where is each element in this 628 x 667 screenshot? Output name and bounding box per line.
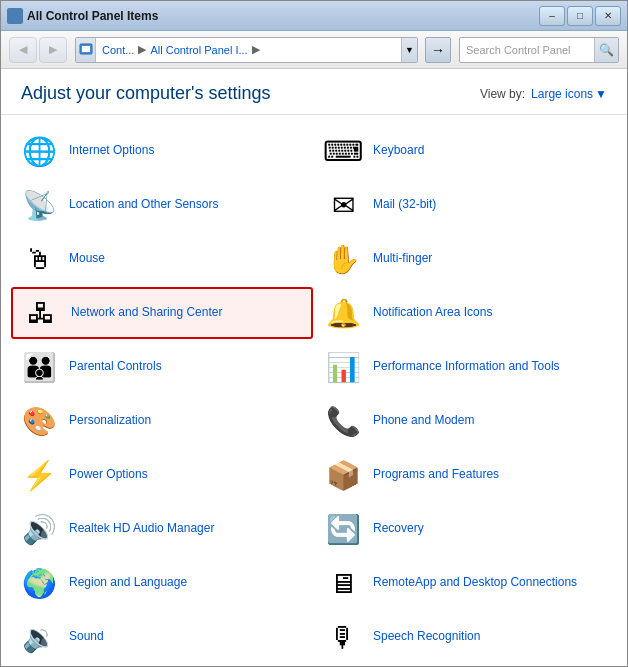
control-item-remoteapp[interactable]: 🖥RemoteApp and Desktop Connections: [315, 557, 617, 609]
items-grid: 🌐Internet Options⌨Keyboard📡Location and …: [11, 125, 617, 656]
speech-recognition-label: Speech Recognition: [373, 629, 480, 645]
control-item-network-sharing[interactable]: 🖧Network and Sharing Center: [11, 287, 313, 339]
forward-button[interactable]: ▶: [39, 37, 67, 63]
parental-controls-icon: 👪: [19, 347, 59, 387]
mouse-label: Mouse: [69, 251, 105, 267]
view-by-value: Large icons: [531, 87, 593, 101]
control-item-keyboard[interactable]: ⌨Keyboard: [315, 125, 617, 177]
realtek-label: Realtek HD Audio Manager: [69, 521, 214, 537]
control-item-system[interactable]: 💻System: [315, 665, 617, 666]
title-bar-left: All Control Panel Items: [7, 8, 158, 24]
back-button[interactable]: ◀: [9, 37, 37, 63]
performance-icon: 📊: [323, 347, 363, 387]
control-item-multi-finger[interactable]: ✋Multi-finger: [315, 233, 617, 285]
address-bar-icon: [76, 37, 96, 63]
view-by-chevron: ▼: [595, 87, 607, 101]
remoteapp-icon: 🖥: [323, 563, 363, 603]
window-controls: – □ ✕: [539, 6, 621, 26]
network-sharing-label: Network and Sharing Center: [71, 305, 222, 321]
phone-modem-label: Phone and Modem: [373, 413, 474, 429]
search-input[interactable]: Search Control Panel: [460, 44, 594, 56]
view-by-section: View by: Large icons ▼: [480, 87, 607, 101]
view-by-label: View by:: [480, 87, 525, 101]
sound-icon: 🔉: [19, 617, 59, 657]
minimize-button[interactable]: –: [539, 6, 565, 26]
content-header: Adjust your computer's settings View by:…: [1, 69, 627, 115]
internet-options-icon: 🌐: [19, 131, 59, 171]
navigation-bar: ◀ ▶ Cont... ▶ All Control Panel I... ▶ ▼…: [1, 31, 627, 69]
speech-recognition-icon: 🎙: [323, 617, 363, 657]
main-content: Adjust your computer's settings View by:…: [1, 69, 627, 666]
back-forward-buttons: ◀ ▶: [9, 37, 67, 63]
notification-area-icon: 🔔: [323, 293, 363, 333]
control-item-mail[interactable]: ✉Mail (32-bit): [315, 179, 617, 231]
location-sensors-label: Location and Other Sensors: [69, 197, 218, 213]
recovery-label: Recovery: [373, 521, 424, 537]
phone-modem-icon: 📞: [323, 401, 363, 441]
multi-finger-label: Multi-finger: [373, 251, 432, 267]
svg-rect-1: [82, 46, 90, 52]
control-item-performance[interactable]: 📊Performance Information and Tools: [315, 341, 617, 393]
address-crumb-2[interactable]: All Control Panel I...: [150, 44, 247, 56]
control-item-phone-modem[interactable]: 📞Phone and Modem: [315, 395, 617, 447]
control-item-programs-features[interactable]: 📦Programs and Features: [315, 449, 617, 501]
mail-label: Mail (32-bit): [373, 197, 436, 213]
parental-controls-label: Parental Controls: [69, 359, 162, 375]
control-item-parental-controls[interactable]: 👪Parental Controls: [11, 341, 313, 393]
page-title: Adjust your computer's settings: [21, 83, 271, 104]
window-title: All Control Panel Items: [27, 9, 158, 23]
window-icon: [7, 8, 23, 24]
region-language-label: Region and Language: [69, 575, 187, 591]
performance-label: Performance Information and Tools: [373, 359, 560, 375]
location-sensors-icon: 📡: [19, 185, 59, 225]
control-item-sync-center[interactable]: 🔃Sync Center: [11, 665, 313, 666]
remoteapp-label: RemoteApp and Desktop Connections: [373, 575, 577, 591]
maximize-button[interactable]: □: [567, 6, 593, 26]
control-item-sound[interactable]: 🔉Sound: [11, 611, 313, 663]
realtek-icon: 🔊: [19, 509, 59, 549]
go-button[interactable]: →: [425, 37, 451, 63]
programs-features-icon: 📦: [323, 455, 363, 495]
control-item-realtek[interactable]: 🔊Realtek HD Audio Manager: [11, 503, 313, 555]
control-item-power-options[interactable]: ⚡Power Options: [11, 449, 313, 501]
control-item-speech-recognition[interactable]: 🎙Speech Recognition: [315, 611, 617, 663]
view-by-dropdown[interactable]: Large icons ▼: [531, 87, 607, 101]
mouse-icon: 🖱: [19, 239, 59, 279]
address-sep-2: ▶: [252, 43, 260, 56]
multi-finger-icon: ✋: [323, 239, 363, 279]
control-item-location-sensors[interactable]: 📡Location and Other Sensors: [11, 179, 313, 231]
power-options-icon: ⚡: [19, 455, 59, 495]
address-crumb-1[interactable]: Cont...: [102, 44, 134, 56]
personalization-label: Personalization: [69, 413, 151, 429]
control-item-notification-area[interactable]: 🔔Notification Area Icons: [315, 287, 617, 339]
programs-features-label: Programs and Features: [373, 467, 499, 483]
search-button[interactable]: 🔍: [594, 37, 618, 63]
mail-icon: ✉: [323, 185, 363, 225]
control-item-internet-options[interactable]: 🌐Internet Options: [11, 125, 313, 177]
items-container: 🌐Internet Options⌨Keyboard📡Location and …: [1, 115, 627, 666]
title-bar: All Control Panel Items – □ ✕: [1, 1, 627, 31]
control-item-recovery[interactable]: 🔄Recovery: [315, 503, 617, 555]
address-text: Cont... ▶ All Control Panel I... ▶: [96, 43, 401, 56]
search-bar[interactable]: Search Control Panel 🔍: [459, 37, 619, 63]
power-options-label: Power Options: [69, 467, 148, 483]
recovery-icon: 🔄: [323, 509, 363, 549]
internet-options-label: Internet Options: [69, 143, 154, 159]
region-language-icon: 🌍: [19, 563, 59, 603]
keyboard-icon: ⌨: [323, 131, 363, 171]
sound-label: Sound: [69, 629, 104, 645]
network-sharing-icon: 🖧: [21, 293, 61, 333]
address-bar[interactable]: Cont... ▶ All Control Panel I... ▶ ▼: [75, 37, 418, 63]
control-item-mouse[interactable]: 🖱Mouse: [11, 233, 313, 285]
control-item-personalization[interactable]: 🎨Personalization: [11, 395, 313, 447]
notification-area-label: Notification Area Icons: [373, 305, 492, 321]
close-button[interactable]: ✕: [595, 6, 621, 26]
control-item-region-language[interactable]: 🌍Region and Language: [11, 557, 313, 609]
personalization-icon: 🎨: [19, 401, 59, 441]
address-dropdown-button[interactable]: ▼: [401, 37, 417, 63]
main-window: All Control Panel Items – □ ✕ ◀ ▶ Cont..…: [0, 0, 628, 667]
address-sep-1: ▶: [138, 43, 146, 56]
keyboard-label: Keyboard: [373, 143, 424, 159]
